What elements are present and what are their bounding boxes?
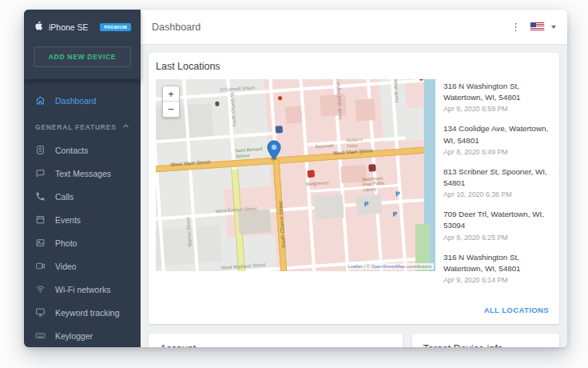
attribution-text: | ©	[364, 264, 370, 269]
sidebar-item-video[interactable]: Video	[24, 254, 141, 278]
sidebar-item-keyword-tracking[interactable]: Keyword tracking	[24, 301, 141, 324]
sidebar-item-label: Dashboard	[55, 96, 96, 106]
home-icon	[35, 95, 46, 106]
app-window: iPhone SE PREMIUM ADD NEW DEVICE Dashboa…	[24, 10, 567, 347]
map-poi-label: Mullen's Dairy	[347, 137, 370, 149]
sidebar-item-wifi-networks[interactable]: Wi-Fi networks	[24, 278, 141, 301]
parking-icon: P	[395, 190, 400, 198]
sidebar-nav: Dashboard GENERAL FEATURES Contacts Text…	[24, 79, 141, 347]
sidebar-item-events[interactable]: Events	[24, 208, 141, 231]
sidebar: iPhone SE PREMIUM ADD NEW DEVICE Dashboa…	[24, 10, 141, 347]
building-icon	[275, 126, 283, 134]
sidebar-item-label: Keylogger	[55, 331, 93, 341]
sidebar-item-dashboard[interactable]: Dashboard	[24, 89, 141, 112]
apple-icon	[34, 20, 43, 34]
bottom-panels: Account Type: Expiration Date: Target De…	[149, 334, 559, 347]
dashboard-content: Last Locations	[141, 45, 567, 347]
location-list: 316 N Washington St, Watertown, WI, 5480…	[443, 79, 552, 294]
map-poi-label: Watertown Free Public Library	[362, 175, 390, 193]
location-timestamp: Apr 10, 2020 6:36 PM	[443, 190, 552, 198]
sidebar-item-label: Contacts	[55, 146, 88, 155]
last-locations-panel: Last Locations	[149, 53, 559, 324]
sidebar-item-label: Text Messages	[55, 169, 111, 178]
last-locations-title: Last Locations	[156, 61, 552, 72]
calendar-icon	[35, 214, 46, 225]
location-timestamp: Apr 9, 2020 6:59 PM	[443, 105, 552, 113]
location-address: 316 N Washington St, Watertown, WI, 5480…	[443, 81, 552, 103]
message-icon	[35, 168, 46, 178]
account-panel: Account Type: Expiration Date:	[149, 334, 403, 347]
video-icon	[35, 261, 46, 271]
sidebar-item-contacts[interactable]: Contacts	[24, 138, 141, 162]
chevron-up-icon	[122, 122, 129, 131]
premium-badge: PREMIUM	[100, 23, 131, 31]
poi-dot	[278, 96, 282, 100]
location-list-item[interactable]: 316 N Washington St, Watertown, WI, 5480…	[443, 81, 552, 113]
us-flag-icon[interactable]	[530, 22, 544, 31]
location-timestamp: Apr 8, 2020 6:49 PM	[443, 148, 552, 156]
location-address: 134 Coolidge Ave, Watertown, WI, 54801	[443, 123, 552, 146]
keyboard-icon	[35, 330, 46, 341]
zoom-out-button[interactable]: −	[163, 102, 179, 117]
device-header: iPhone SE PREMIUM ADD NEW DEVICE	[24, 10, 141, 79]
monitor-icon	[35, 307, 46, 318]
zoom-in-button[interactable]: +	[163, 86, 179, 102]
sidebar-item-keylogger[interactable]: Keylogger	[24, 324, 141, 347]
sidebar-item-label: Video	[55, 262, 77, 271]
all-locations-link[interactable]: ALL LOCATIONS	[484, 306, 549, 314]
parking-icon: P	[364, 200, 368, 207]
location-list-item[interactable]: 813 Scribner St, Spooner, WI, 54801 Apr …	[443, 166, 552, 198]
leaflet-link[interactable]: Leaflet	[348, 264, 363, 269]
location-pin-icon[interactable]	[267, 140, 281, 164]
main-area: Dashboard ⋮ Last Locations	[141, 10, 567, 347]
library-icon	[368, 164, 376, 172]
poi-marker	[215, 101, 219, 106]
device-name: iPhone SE	[49, 22, 89, 32]
location-list-item[interactable]: 134 Coolidge Ave, Watertown, WI, 54801 A…	[443, 123, 552, 155]
parking-icon: P	[392, 210, 397, 218]
section-label: GENERAL FEATURES	[35, 123, 117, 131]
sidebar-item-label: Calls	[55, 192, 74, 202]
sidebar-item-calls[interactable]: Calls	[24, 185, 141, 208]
page-title: Dashboard	[152, 22, 201, 33]
location-list-item[interactable]: 709 Deer Trl, Watertown, WI, 53094 Apr 9…	[443, 209, 552, 241]
map-building	[355, 98, 375, 121]
target-device-title: Target Device info	[423, 343, 548, 347]
section-general-features[interactable]: GENERAL FEATURES	[24, 112, 141, 138]
add-new-device-button[interactable]: ADD NEW DEVICE	[34, 46, 131, 67]
sidebar-item-label: Keyword tracking	[55, 308, 120, 318]
location-address: 709 Deer Trl, Watertown, WI, 53094	[443, 209, 552, 231]
location-timestamp: Apr 9, 2020 6:14 PM	[443, 276, 552, 284]
sidebar-item-photo[interactable]: Photo	[24, 231, 141, 254]
map-tiles: O'Connell Street North Church St North W…	[156, 79, 435, 271]
attribution-text: contributors	[407, 264, 431, 269]
sidebar-item-label: Photo	[55, 238, 77, 248]
location-list-item[interactable]: 316 N Washington St, Watertown, WI, 5480…	[443, 252, 552, 284]
wifi-icon	[35, 284, 46, 294]
sidebar-item-label: Events	[55, 215, 81, 225]
sidebar-item-label: Wi-Fi networks	[55, 285, 110, 294]
photo-icon	[35, 238, 46, 248]
sidebar-item-text-messages[interactable]: Text Messages	[24, 162, 141, 185]
osm-link[interactable]: OpenStreetMap	[371, 264, 405, 269]
location-timestamp: Apr 9, 2020 6:25 PM	[443, 234, 552, 242]
language-caret-icon[interactable]	[551, 26, 556, 29]
account-title: Account	[160, 343, 391, 347]
kebab-menu-icon[interactable]: ⋮	[508, 20, 523, 34]
walgreens-icon	[308, 170, 316, 178]
target-device-panel: Target Device info —	[412, 334, 559, 347]
map-zoom-control: + −	[162, 86, 180, 118]
location-address: 813 Scribner St, Spooner, WI, 54801	[443, 166, 552, 189]
map-poi-label: Saint Bernard School	[235, 146, 264, 159]
phone-icon	[35, 191, 46, 202]
map[interactable]: O'Connell Street North Church St North W…	[156, 79, 435, 271]
map-building	[238, 209, 272, 234]
map-building	[314, 194, 344, 220]
map-building	[285, 106, 302, 124]
location-address: 316 N Washington St, Watertown, WI, 5480…	[443, 252, 552, 274]
map-attribution: Leaflet | © OpenStreetMap contributors	[346, 263, 434, 270]
contacts-icon	[35, 145, 46, 155]
topbar: Dashboard ⋮	[141, 10, 567, 45]
